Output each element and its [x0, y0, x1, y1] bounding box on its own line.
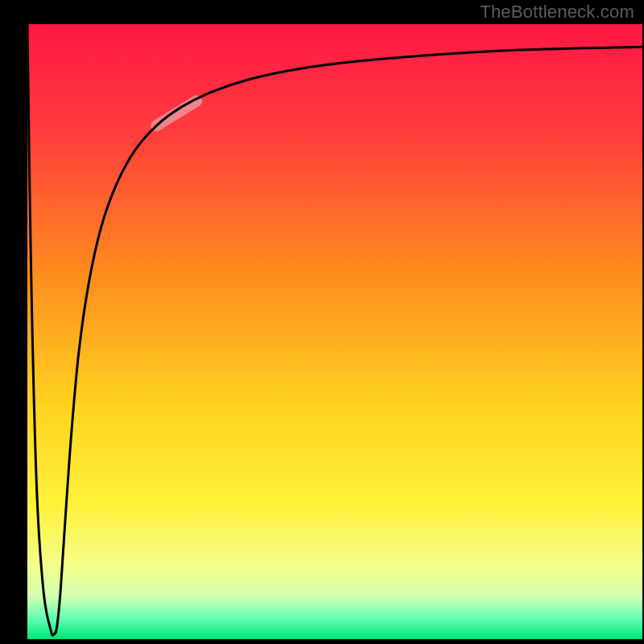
- gradient-background: [27, 24, 642, 639]
- watermark-label: TheBottleneck.com: [480, 2, 634, 23]
- bottleneck-chart: [0, 0, 644, 644]
- chart-frame: TheBottleneck.com: [0, 0, 644, 644]
